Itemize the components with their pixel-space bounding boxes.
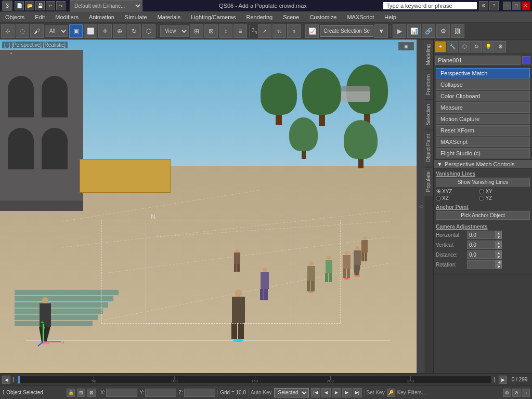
radio-xyz[interactable]: XYZ [436,189,478,194]
btn-perspective-match[interactable]: Perspective Match [436,68,530,78]
vertical-down[interactable]: ▼ [496,245,502,249]
nav-cube[interactable]: ▣ [398,42,414,50]
snap-angle[interactable]: ⊠ [204,24,218,38]
btn-measure[interactable]: Measure [436,102,530,113]
goto-end-btn[interactable]: ▶| [353,388,362,397]
viewport-icon-3[interactable]: ↔ [522,389,530,397]
named-sel-icon[interactable]: ▼ [374,24,388,38]
maximize-btn[interactable]: □ [512,2,521,10]
viewport-icon-1[interactable]: ⊕ [503,389,511,397]
object-color-swatch[interactable] [522,56,530,64]
select-tool[interactable]: ⊹ [1,24,15,38]
btn-flight-studio[interactable]: Flight Studio (c) [436,148,530,158]
view-dropdown[interactable]: View [160,25,189,37]
tab-selection[interactable]: Selection [424,99,433,129]
frame-tool1[interactable]: ↗ [258,24,271,38]
snap-icon[interactable]: ⊠ [87,389,96,397]
close-btn[interactable]: ✕ [522,2,530,10]
minimize-btn[interactable]: ─ [503,2,511,10]
menu-maxscript[interactable]: MAXScript [342,11,379,22]
x-input[interactable] [106,389,137,397]
viewport-label[interactable]: [+] [Perspective] [Realistic] [2,42,68,48]
move-btn[interactable]: ⊕ [113,24,126,38]
horizontal-down[interactable]: ▼ [496,235,502,239]
key-icon[interactable]: 🔑 [387,389,395,397]
goto-start-btn[interactable]: |◀ [311,388,320,397]
btn-maxscript[interactable]: MAXScript [436,137,530,147]
menu-edit[interactable]: Edit [30,11,50,22]
menu-materials[interactable]: Materials [152,11,186,22]
menu-lighting-cameras[interactable]: Lighting/Cameras [186,11,241,22]
render-setup[interactable]: ⚙ [436,24,450,38]
scale-tool[interactable]: ⬡ [142,24,155,38]
panel-modify-icon[interactable]: 🔧 [447,41,458,52]
align[interactable]: ≡ [233,24,247,38]
play-btn[interactable]: ▶ [332,388,341,397]
prev-frame-btn[interactable]: ◀ [321,388,331,397]
timeline-next-btn[interactable]: ▶ [499,376,507,384]
rotation-input[interactable] [467,260,496,269]
curve-editor[interactable]: 📈 [305,24,319,38]
distance-up[interactable]: ▲ [496,250,502,255]
select-btn[interactable]: ▣ [69,24,83,38]
menu-animation[interactable]: Animation [84,11,120,22]
distance-down[interactable]: ▼ [496,255,502,259]
panel-motion-icon[interactable]: ↻ [471,41,482,52]
next-frame-btn[interactable]: ▶ [342,388,352,397]
timeline-bar[interactable]: 50 100 150 200 250 [18,376,491,384]
paint-select[interactable]: 🖌 [30,24,44,38]
lock-icon[interactable]: 🔒 [67,389,75,397]
show-vanishing-btn[interactable]: Show Vanishing Lines [436,178,530,187]
rotation-next[interactable]: ▶ [496,264,502,269]
panel-display-icon[interactable]: 💡 [483,41,494,52]
horizontal-up[interactable]: ▲ [496,231,502,235]
viewport[interactable]: N [0,39,417,373]
panel-utilities-icon[interactable]: ⚙ [495,41,506,52]
radio-xy[interactable]: XY [479,189,521,194]
rotation-prev[interactable]: ◀ [496,260,502,264]
mirror[interactable]: ↕ [219,24,232,38]
frame-tool3[interactable]: n [287,24,301,38]
new-btn[interactable]: 📄 [15,1,24,10]
open-btn[interactable]: 📂 [25,1,34,10]
redo-btn[interactable]: ↪ [56,1,66,10]
vertical-up[interactable]: ▲ [496,241,502,245]
menu-customize[interactable]: Customize [304,11,342,22]
y-input[interactable] [145,389,176,397]
frame-tool2[interactable]: % [273,24,286,38]
play-anim[interactable]: ▶ [393,24,406,38]
panel-create-icon[interactable]: ✦ [435,41,446,52]
schematic[interactable]: 🔗 [422,24,435,38]
render-icon[interactable]: ⚙ [479,1,488,10]
select-region[interactable]: ⬜ [84,24,97,38]
viewport-icon-2[interactable]: ⊘ [512,389,521,397]
btn-color-clipboard[interactable]: Color Clipboard [436,91,530,101]
menu-objects[interactable]: Objects [0,11,30,22]
menu-modifiers[interactable]: Modifiers [50,11,84,22]
viewport-container[interactable]: N [0,39,417,373]
autokey-dropdown[interactable]: Selected [274,388,309,397]
tab-populate[interactable]: Populate [424,167,433,196]
snap-toggle[interactable]: ⊞ [190,24,203,38]
btn-collapse[interactable]: Collapse [436,79,530,90]
timeline-prev-btn[interactable]: ◀ [2,376,10,384]
menu-rendering[interactable]: Rendering [241,11,278,22]
create-selection-btn[interactable]: Create Selection Se [320,25,373,37]
radio-yz[interactable]: YZ [479,195,521,201]
object-name-input[interactable] [435,56,521,65]
rotate-tool[interactable]: ↻ [127,24,141,38]
filter-dropdown[interactable]: All [45,25,68,37]
z-input[interactable] [184,389,215,397]
lasso-tool[interactable]: ◌ [16,24,29,38]
search-input[interactable] [383,2,477,9]
btn-reset-xform[interactable]: Reset XForm [436,125,530,136]
vertical-input[interactable] [467,241,496,249]
track-view[interactable]: 📊 [407,24,421,38]
save-btn[interactable]: 💾 [35,1,45,10]
tab-modeling[interactable]: Modeling [424,39,433,70]
grid-icon[interactable]: ⊞ [77,389,85,397]
undo-btn[interactable]: ↩ [46,1,55,10]
menu-help[interactable]: Help [379,11,401,22]
horizontal-input[interactable] [467,231,496,239]
tab-object-paint[interactable]: Object Paint [424,129,433,166]
